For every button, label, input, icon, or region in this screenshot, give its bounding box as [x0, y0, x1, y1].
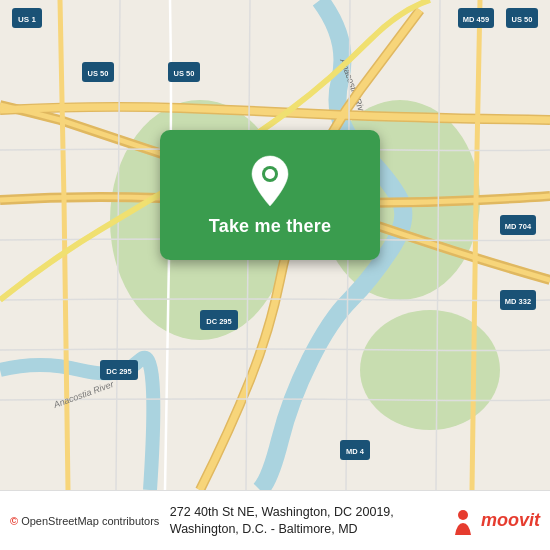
map-view[interactable]: Anacostia River: [0, 0, 550, 490]
svg-text:DC 295: DC 295: [106, 367, 131, 376]
svg-text:US 1: US 1: [18, 15, 36, 24]
svg-point-3: [360, 310, 500, 430]
svg-text:MD 704: MD 704: [505, 222, 532, 231]
moovit-text: moovit: [481, 510, 540, 531]
bottom-bar: © OpenStreetMap contributors 272 40th St…: [0, 490, 550, 550]
moovit-icon: [449, 507, 477, 535]
take-me-there-button[interactable]: Take me there: [160, 130, 380, 260]
svg-text:MD 459: MD 459: [463, 15, 489, 24]
location-pin-icon: [248, 154, 292, 208]
svg-point-28: [458, 510, 468, 520]
address-text: 272 40th St NE, Washington, DC 20019, Wa…: [170, 504, 441, 538]
svg-text:MD 4: MD 4: [346, 447, 365, 456]
svg-point-27: [265, 169, 275, 179]
svg-text:DC 295: DC 295: [206, 317, 231, 326]
svg-text:US 50: US 50: [174, 69, 195, 78]
svg-text:MD 332: MD 332: [505, 297, 531, 306]
svg-text:US 50: US 50: [88, 69, 109, 78]
moovit-logo: moovit: [449, 507, 540, 535]
svg-text:US 50: US 50: [512, 15, 533, 24]
osm-attribution: © OpenStreetMap contributors: [10, 515, 159, 527]
take-me-there-label: Take me there: [209, 216, 331, 237]
